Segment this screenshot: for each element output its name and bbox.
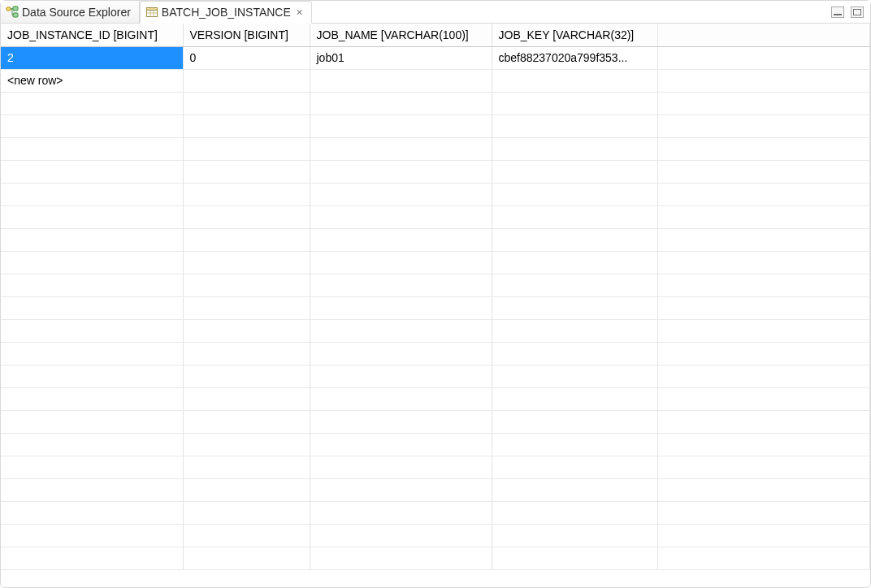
cell-empty[interactable] [310,137,492,160]
cell-empty[interactable] [183,228,310,251]
cell-empty[interactable] [1,160,183,183]
minimize-button[interactable] [831,6,844,18]
table-row-empty[interactable] [1,92,870,115]
maximize-button[interactable] [851,6,864,18]
tab-batch-job-instance[interactable]: BATCH_JOB_INSTANCE ✕ [140,1,312,24]
cell-empty[interactable] [1,137,183,160]
cell-empty[interactable] [492,365,657,387]
table-row-empty[interactable] [1,115,870,137]
cell-empty[interactable] [310,501,492,524]
cell-empty[interactable] [1,228,183,251]
cell-empty[interactable] [1,456,183,478]
table-row-empty[interactable] [1,478,870,501]
cell-empty[interactable] [1,296,183,319]
cell-empty[interactable] [1,478,183,501]
cell-empty[interactable] [310,365,492,387]
cell-empty[interactable] [1,92,183,115]
table-row-empty[interactable] [1,137,870,160]
cell-empty[interactable] [492,274,657,296]
cell-empty[interactable] [183,183,310,205]
cell-empty[interactable] [183,524,310,547]
cell-empty[interactable] [492,92,657,115]
cell-empty[interactable] [183,251,310,274]
close-icon[interactable]: ✕ [296,7,303,18]
cell-empty[interactable] [183,115,310,137]
cell-empty[interactable] [1,501,183,524]
cell-empty[interactable] [492,251,657,274]
cell-empty[interactable] [492,183,657,205]
cell-empty[interactable] [310,251,492,274]
cell-empty[interactable] [492,524,657,547]
cell-empty[interactable] [1,251,183,274]
cell-empty[interactable] [310,342,492,365]
cell-empty[interactable] [1,183,183,205]
table-row-empty[interactable] [1,183,870,205]
table-row-empty[interactable] [1,251,870,274]
cell-empty[interactable] [310,183,492,205]
cell-empty[interactable] [310,410,492,433]
table-row-empty[interactable] [1,296,870,319]
cell-empty[interactable] [492,342,657,365]
cell-empty[interactable] [310,115,492,137]
column-header-job-name[interactable]: JOB_NAME [VARCHAR(100)] [310,24,492,46]
table-new-row[interactable]: <new row> [1,69,870,92]
cell-empty[interactable] [492,501,657,524]
table-row-empty[interactable] [1,387,870,410]
table-row-empty[interactable] [1,365,870,387]
cell-empty[interactable] [492,160,657,183]
cell-empty[interactable] [310,433,492,456]
table-row-empty[interactable] [1,160,870,183]
cell-empty[interactable] [310,478,492,501]
cell-empty[interactable] [310,205,492,228]
cell-empty[interactable] [492,547,657,569]
cell-empty[interactable] [492,410,657,433]
cell-empty[interactable] [1,547,183,569]
cell-empty[interactable] [492,319,657,342]
table-row-empty[interactable] [1,342,870,365]
cell-empty[interactable] [183,433,310,456]
table-row-empty[interactable] [1,501,870,524]
table-row[interactable]: 2 0 job01 cbef88237020a799f353... [1,46,870,69]
cell-job-key[interactable]: cbef88237020a799f353... [492,46,657,69]
column-header-job-key[interactable]: JOB_KEY [VARCHAR(32)] [492,24,657,46]
cell-empty[interactable] [183,296,310,319]
table-row-empty[interactable] [1,319,870,342]
cell-empty[interactable] [310,296,492,319]
table-row-empty[interactable] [1,410,870,433]
cell-empty[interactable] [1,365,183,387]
cell-job-instance-id[interactable]: 2 [1,46,183,69]
table-row-empty[interactable] [1,228,870,251]
cell-empty[interactable] [1,115,183,137]
cell-empty[interactable] [310,160,492,183]
cell-empty[interactable] [183,137,310,160]
table-row-empty[interactable] [1,274,870,296]
cell-empty[interactable] [492,433,657,456]
cell-empty[interactable] [183,410,310,433]
cell-empty[interactable] [310,69,492,92]
table-row-empty[interactable] [1,547,870,569]
cell-empty[interactable] [183,69,310,92]
table-row-empty[interactable] [1,433,870,456]
cell-empty[interactable] [1,319,183,342]
cell-empty[interactable] [492,456,657,478]
cell-empty[interactable] [310,92,492,115]
table-viewport[interactable]: JOB_INSTANCE_ID [BIGINT] VERSION [BIGINT… [1,24,870,587]
cell-empty[interactable] [1,433,183,456]
cell-empty[interactable] [183,92,310,115]
table-row-empty[interactable] [1,524,870,547]
cell-empty[interactable] [183,547,310,569]
cell-empty[interactable] [310,228,492,251]
cell-empty[interactable] [492,228,657,251]
cell-empty[interactable] [183,274,310,296]
cell-empty[interactable] [183,456,310,478]
cell-empty[interactable] [492,387,657,410]
cell-empty[interactable] [183,205,310,228]
cell-empty[interactable] [183,160,310,183]
cell-empty[interactable] [1,342,183,365]
cell-empty[interactable] [1,274,183,296]
cell-empty[interactable] [183,319,310,342]
cell-empty[interactable] [492,296,657,319]
cell-empty[interactable] [183,501,310,524]
cell-empty[interactable] [1,205,183,228]
cell-empty[interactable] [183,342,310,365]
